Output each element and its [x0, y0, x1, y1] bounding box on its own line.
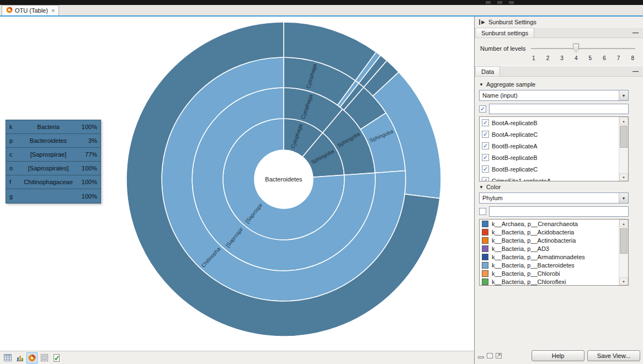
scroll-up-icon[interactable]: ▲	[619, 117, 628, 125]
taxon-label: k__Archaea, p__Crenarchaeota	[492, 221, 578, 227]
select-all-samples-checkbox[interactable]: ✓	[479, 105, 486, 113]
sample-checkbox[interactable]: ✓	[482, 119, 489, 126]
sample-label: BootB-replicateC	[492, 166, 538, 173]
dropdown-arrow-icon: ▼	[619, 193, 628, 203]
sample-filter-input[interactable]	[489, 104, 629, 114]
minimize-sunburst-settings-icon[interactable]: —	[633, 29, 639, 36]
tooltip-row: fChitinophagaceae100%	[6, 175, 100, 189]
sunburst-view-pane: CytophagaSphingoba[SaprospirCytophagaSph…	[0, 17, 475, 364]
sample-checkbox[interactable]: ✓	[482, 165, 489, 173]
taxon-label: k__Bacteria, p__AD3	[492, 245, 549, 252]
scroll-down-icon[interactable]: ▼	[619, 173, 628, 181]
scrollbar-thumb[interactable]	[620, 228, 628, 254]
tooltip-row: pBacteroidetes3%	[6, 134, 100, 148]
tt-pct: 77%	[76, 151, 97, 158]
sample-checkbox[interactable]: ✓	[482, 177, 489, 181]
levels-slider[interactable]	[531, 44, 635, 53]
color-swatch	[482, 262, 488, 269]
aggregate-sample-dropdown[interactable]: Name (input) ▼	[479, 90, 629, 101]
taxon-label: k__Bacteria, p__Actinobacteria	[492, 237, 576, 244]
color-list-scrollbar[interactable]: ▲ ▼	[619, 220, 628, 285]
color-list[interactable]: k__Archaea, p__Crenarchaeotak__Bacteria,…	[479, 219, 629, 286]
color-filter-input[interactable]	[489, 206, 629, 217]
color-list-item[interactable]: k__Archaea, p__Crenarchaeota	[480, 220, 619, 228]
sample-label: BootB-replicateB	[492, 154, 538, 161]
tt-pct: 3%	[76, 137, 97, 144]
editor-tab-bar: OTU (Table) ×	[0, 5, 643, 17]
side-panel: ▶ Sunburst Settings Sunburst settings — …	[475, 17, 643, 364]
sample-checkbox[interactable]: ✓	[482, 142, 489, 149]
tt-name: [Saprospirales]	[20, 165, 76, 172]
tt-name: Bacteria	[20, 124, 76, 130]
window-toolbar-icons[interactable]	[486, 1, 514, 4]
color-list-item[interactable]: k__Bacteria, p__Actinobacteria	[480, 236, 619, 244]
panel-collapse-icon[interactable]: ▶	[479, 19, 485, 25]
view-switch-toolbar	[0, 351, 474, 364]
scrollbar-thumb[interactable]	[620, 126, 628, 148]
frame-view-icon[interactable]	[39, 352, 50, 363]
sample-list-item[interactable]: ✓BootB-replicateC	[480, 163, 619, 175]
data-group-body: ▼ Aggregate sample Name (input) ▼ ✓ ✓Boo…	[475, 77, 643, 290]
sample-list-item[interactable]: ✓BootA-replicateB	[480, 117, 619, 129]
slider-ticks: 12345678	[531, 55, 635, 61]
color-swatch	[482, 221, 488, 227]
data-group-header[interactable]: Data —	[475, 66, 643, 77]
color-filter-checkbox[interactable]	[479, 208, 486, 215]
color-list-item[interactable]: k__Bacteria, p__Chloroflexi	[480, 277, 619, 285]
sample-list-item[interactable]: ✓BootB-replicateB	[480, 152, 619, 163]
hover-tooltip: kBacteria100%pBacteroidetes3%c[Saprospir…	[6, 120, 101, 204]
collapse-panel-button[interactable]	[478, 353, 484, 358]
bar-chart-view-icon[interactable]	[14, 352, 25, 363]
sunburst-view-icon[interactable]	[26, 352, 38, 363]
color-swatch	[482, 254, 488, 260]
color-list-item[interactable]: k__Bacteria, p__Armatimonadetes	[480, 253, 619, 261]
color-list-item[interactable]: k__Bacteria, p__Chlorobi	[480, 269, 619, 277]
sample-checkbox[interactable]: ✓	[482, 131, 489, 138]
tt-name: [Saprospirae]	[20, 151, 76, 158]
tt-pct: 100%	[76, 193, 97, 200]
slider-tick-label: 3	[560, 55, 564, 61]
aggregate-sample-value: Name (input)	[482, 92, 619, 99]
float-panel-button[interactable]	[487, 353, 493, 358]
sample-list-item[interactable]: ✓BootB-replicateA	[480, 140, 619, 152]
scroll-up-icon[interactable]: ▲	[619, 220, 628, 227]
color-list-item[interactable]: k__Bacteria, p__AD3	[480, 244, 619, 253]
sunburst-tab-icon	[6, 7, 13, 14]
slider-tick-label: 6	[603, 55, 606, 61]
sample-list-scrollbar[interactable]: ▲ ▼	[619, 117, 628, 181]
sample-list-item[interactable]: ✓CrimeSite1-replicateA	[480, 175, 619, 181]
sample-label: BootB-replicateA	[492, 143, 538, 149]
panel-footer: Help Save View...	[475, 350, 643, 364]
slider-tick-label: 8	[631, 55, 634, 61]
taxon-label: k__Bacteria, p__Chlorobi	[492, 270, 560, 277]
tt-name: Chitinophagaceae	[20, 179, 76, 185]
sunburst-settings-group-header[interactable]: Sunburst settings —	[475, 27, 643, 38]
tt-rank: c	[9, 151, 20, 158]
color-caption[interactable]: ▼ Color	[479, 184, 629, 190]
tab-otu-table[interactable]: OTU (Table) ×	[2, 5, 59, 15]
slider-thumb[interactable]	[573, 44, 579, 53]
dock-panel-button[interactable]	[496, 353, 502, 358]
tt-rank: o	[9, 165, 20, 172]
sample-checkbox[interactable]: ✓	[482, 154, 489, 161]
color-list-item[interactable]: k__Bacteria, p__Acidobacteria	[480, 228, 619, 236]
tab-close-icon[interactable]: ×	[51, 7, 55, 14]
scroll-down-icon[interactable]: ▼	[619, 277, 628, 285]
report-view-icon[interactable]	[51, 352, 62, 363]
aggregate-sample-caption[interactable]: ▼ Aggregate sample	[479, 81, 629, 88]
sample-label: BootA-replicateC	[492, 131, 538, 138]
group-title-sunburst-settings: Sunburst settings	[475, 28, 534, 38]
sample-list[interactable]: ✓BootA-replicateB✓BootA-replicateC✓BootB…	[479, 116, 629, 181]
help-button[interactable]: Help	[532, 350, 584, 361]
color-swatch	[482, 279, 488, 285]
aggregate-sample-label: Aggregate sample	[486, 81, 535, 88]
slider-tick-label: 4	[575, 55, 578, 61]
minimize-data-icon[interactable]: —	[633, 68, 639, 74]
sample-list-item[interactable]: ✓BootA-replicateC	[480, 129, 619, 140]
slider-tick-label: 1	[532, 55, 535, 61]
color-dropdown[interactable]: Phylum ▼	[479, 192, 629, 204]
table-view-icon[interactable]	[2, 352, 13, 363]
window-titlebar	[0, 0, 643, 5]
save-view-button[interactable]: Save View...	[587, 350, 640, 361]
color-list-item[interactable]: k__Bacteria, p__Bacteroidetes	[480, 261, 619, 269]
